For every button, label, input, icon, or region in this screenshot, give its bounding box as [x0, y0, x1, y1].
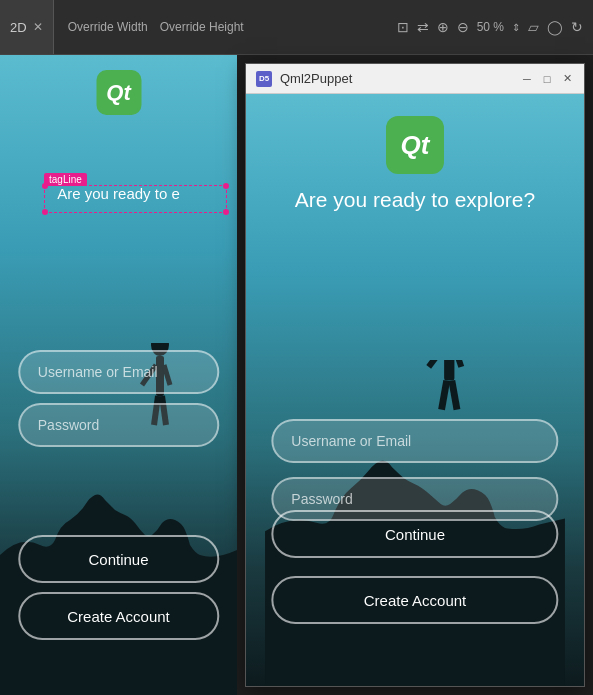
- svg-line-11: [452, 381, 457, 410]
- right-username-field[interactable]: Username or Email: [271, 419, 558, 463]
- override-controls: Override Width Override Height: [54, 20, 258, 34]
- right-create-account-button[interactable]: Create Account: [271, 576, 558, 624]
- main-area: Qt tagLine Are you ready to e Username o…: [0, 55, 593, 695]
- left-create-account-label: Create Account: [67, 608, 170, 625]
- left-username-placeholder: Username or Email: [38, 364, 158, 380]
- tab-2d-label: 2D: [10, 20, 27, 35]
- right-create-account-label: Create Account: [364, 592, 467, 609]
- toolbar-right: ⊡ ⇄ ⊕ ⊖ 50 % ⇕ ▱ ◯ ↻: [397, 19, 583, 35]
- svg-line-9: [454, 360, 461, 367]
- right-continue-label: Continue: [385, 526, 445, 543]
- override-width-label: Override Width: [68, 20, 148, 34]
- right-panel: D5 Qml2Puppet ─ □ ✕: [237, 55, 593, 695]
- right-qt-logo: Qt: [386, 116, 444, 174]
- puppet-window: D5 Qml2Puppet ─ □ ✕: [245, 63, 585, 687]
- refresh-icon[interactable]: ↻: [571, 19, 583, 35]
- crop-icon[interactable]: ⊡: [397, 19, 409, 35]
- zoom-out-icon[interactable]: ⊖: [457, 19, 469, 35]
- handle-bl: [42, 209, 48, 215]
- circle-icon[interactable]: ◯: [547, 19, 563, 35]
- left-password-placeholder: Password: [38, 417, 99, 433]
- toolbar: 2D ✕ Override Width Override Height ⊡ ⇄ …: [0, 0, 593, 55]
- maximize-button[interactable]: □: [540, 72, 554, 86]
- puppet-window-controls: ─ □ ✕: [520, 72, 574, 86]
- tab-2d[interactable]: 2D ✕: [0, 0, 54, 54]
- zoom-label: 50 %: [477, 20, 504, 34]
- left-app-background: Qt tagLine Are you ready to e Username o…: [0, 55, 237, 695]
- left-tagline: Are you ready to e: [12, 185, 225, 202]
- tab-close-icon[interactable]: ✕: [33, 20, 43, 34]
- right-password-placeholder: Password: [291, 491, 352, 507]
- zoom-dropdown-icon[interactable]: ⇕: [512, 22, 520, 33]
- rect-outline-icon[interactable]: ▱: [528, 19, 539, 35]
- override-height-label: Override Height: [160, 20, 244, 34]
- close-button[interactable]: ✕: [560, 72, 574, 86]
- right-username-placeholder: Username or Email: [291, 433, 411, 449]
- left-create-account-button[interactable]: Create Account: [18, 592, 219, 640]
- right-continue-button[interactable]: Continue: [271, 510, 558, 558]
- svg-line-10: [442, 381, 447, 410]
- right-tagline: Are you ready to explore?: [263, 188, 567, 212]
- puppet-app-icon: D5: [256, 71, 272, 87]
- left-username-field[interactable]: Username or Email: [18, 350, 219, 394]
- minimize-button[interactable]: ─: [520, 72, 534, 86]
- left-panel: Qt tagLine Are you ready to e Username o…: [0, 55, 237, 695]
- left-continue-label: Continue: [88, 551, 148, 568]
- svg-rect-7: [444, 360, 454, 381]
- puppet-titlebar: D5 Qml2Puppet ─ □ ✕: [246, 64, 584, 94]
- left-silhouette: [0, 343, 237, 695]
- handle-br: [223, 209, 229, 215]
- zoom-in-icon[interactable]: ⊕: [437, 19, 449, 35]
- puppet-title: Qml2Puppet: [280, 71, 512, 86]
- right-app-background: Qt Are you ready to explore? Username or…: [246, 94, 584, 686]
- left-password-field[interactable]: Password: [18, 403, 219, 447]
- left-qt-logo: Qt: [96, 70, 141, 115]
- svg-line-8: [429, 360, 444, 367]
- arrow-icon[interactable]: ⇄: [417, 19, 429, 35]
- left-continue-button[interactable]: Continue: [18, 535, 219, 583]
- puppet-app-content: Qt Are you ready to explore? Username or…: [246, 94, 584, 686]
